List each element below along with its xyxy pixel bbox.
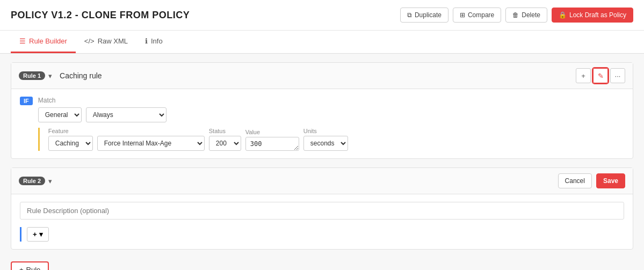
feature-row: Feature Caching Force Internal Max-Age xyxy=(38,128,624,151)
tabs-bar: ☰ Rule Builder </> Raw XML ℹ Info xyxy=(0,31,644,54)
feature-select[interactable]: Caching xyxy=(48,136,93,151)
cancel-button[interactable]: Cancel xyxy=(558,173,592,188)
rule-description-input[interactable] xyxy=(20,202,624,220)
rule-1-chevron[interactable]: ▾ xyxy=(48,72,52,80)
value-input[interactable]: 300 xyxy=(245,137,299,151)
feature-field-group: Feature Caching xyxy=(48,128,93,151)
lock-icon: 🔒 xyxy=(559,11,567,19)
rule-card-1: Rule 1 ▾ Caching rule + ✎ ··· IF Match G… xyxy=(11,62,633,159)
value-field-group: Value 300 xyxy=(245,129,299,151)
rule-2-chevron[interactable]: ▾ xyxy=(48,177,52,185)
tab-rule-builder[interactable]: ☰ Rule Builder xyxy=(11,31,76,53)
add-condition-icon-button[interactable]: + xyxy=(576,68,591,83)
duplicate-button[interactable]: ⧉ Duplicate xyxy=(400,8,448,23)
trash-icon: 🗑 xyxy=(512,11,519,19)
copy-icon: ⧉ xyxy=(407,11,412,19)
add-chevron-icon: ▾ xyxy=(39,230,43,238)
rule-1-body: IF Match General Always Feature xyxy=(11,89,633,158)
status-select[interactable]: 200 xyxy=(209,136,241,151)
edit-rule-button[interactable]: ✎ xyxy=(593,68,608,83)
rule-1-header: Rule 1 ▾ Caching rule + ✎ ··· xyxy=(11,63,633,89)
code-icon: </> xyxy=(84,37,95,45)
rule-1-badge: Rule 1 xyxy=(19,71,45,80)
plus-icon: + xyxy=(33,230,37,238)
list-icon: ☰ xyxy=(19,37,26,45)
status-label: Status xyxy=(209,128,241,134)
rule-1-title: Caching rule xyxy=(60,71,576,80)
tab-raw-xml[interactable]: </> Raw XML xyxy=(76,31,136,53)
rule-1-actions: + ✎ ··· xyxy=(576,68,625,83)
save-button[interactable]: Save xyxy=(596,173,625,188)
rule-2-body: + ▾ xyxy=(11,194,633,249)
rule-2-add-condition-area: + ▾ xyxy=(20,227,624,242)
content-area: Rule 1 ▾ Caching rule + ✎ ··· IF Match G… xyxy=(0,54,644,270)
page-header: POLICY V1.2 - CLONE FROM POLICY ⧉ Duplic… xyxy=(0,0,644,31)
rule-2-header: Rule 2 ▾ Cancel Save xyxy=(11,168,633,194)
add-rule-label: Rule xyxy=(26,266,41,270)
rule-2-header-actions: Cancel Save xyxy=(558,173,625,188)
rule-2-badge: Rule 2 xyxy=(19,177,45,185)
feature-label: Feature xyxy=(48,128,93,134)
feature-type-field-group: Force Internal Max-Age xyxy=(97,134,205,151)
condition-row: General Always xyxy=(38,107,624,122)
info-icon: ℹ xyxy=(145,37,148,45)
lock-draft-button[interactable]: 🔒 Lock Draft as Policy xyxy=(552,8,633,23)
compare-button[interactable]: ⊞ Compare xyxy=(453,8,501,23)
rule-card-2: Rule 2 ▾ Cancel Save + ▾ xyxy=(11,167,633,250)
feature-type-select[interactable]: Force Internal Max-Age xyxy=(97,136,205,151)
units-field-group: Units seconds xyxy=(303,128,348,151)
more-options-button[interactable]: ··· xyxy=(610,68,625,83)
units-select[interactable]: seconds xyxy=(303,136,348,151)
if-label: IF xyxy=(20,97,33,105)
units-label: Units xyxy=(303,128,348,134)
status-field-group: Status 200 xyxy=(209,128,241,151)
match-label: Match xyxy=(38,97,624,104)
value-label: Value xyxy=(245,129,299,135)
compare-icon: ⊞ xyxy=(460,11,465,19)
condition-type-select[interactable]: Always xyxy=(86,107,167,122)
add-rule-button[interactable]: + Rule xyxy=(11,261,49,270)
tab-info[interactable]: ℹ Info xyxy=(136,31,171,53)
page-title: POLICY V1.2 - CLONE FROM POLICY xyxy=(11,10,190,21)
header-actions: ⧉ Duplicate ⊞ Compare 🗑 Delete 🔒 Lock Dr… xyxy=(400,8,633,23)
add-condition-button[interactable]: + ▾ xyxy=(27,227,49,242)
if-block: IF Match General Always Feature xyxy=(20,97,624,151)
add-rule-plus-icon: + xyxy=(19,266,24,270)
delete-button[interactable]: 🗑 Delete xyxy=(505,8,547,23)
condition-category-select[interactable]: General xyxy=(38,107,82,122)
